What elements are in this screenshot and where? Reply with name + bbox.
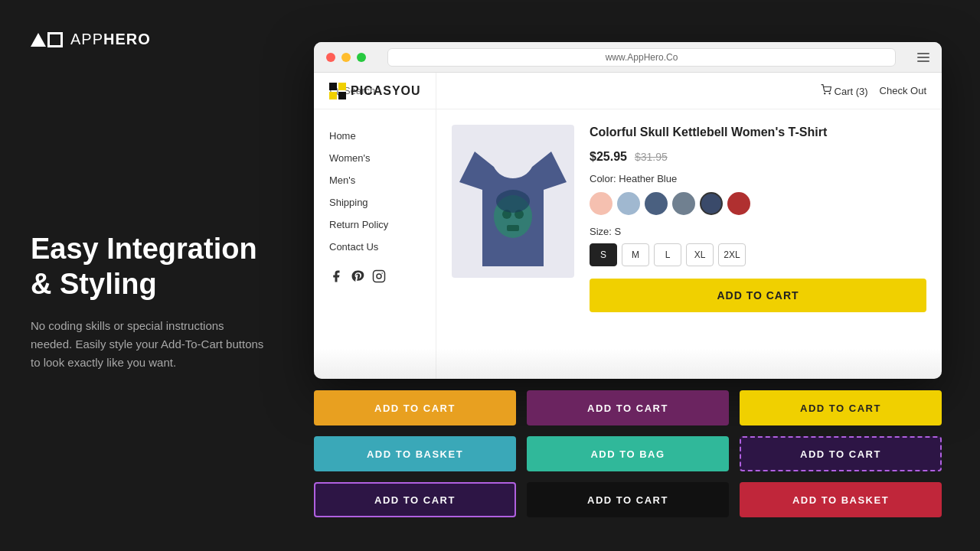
svg-rect-6 <box>329 92 337 99</box>
svg-point-2 <box>825 93 825 94</box>
nav-item-contact-us[interactable]: Contact Us <box>329 236 420 258</box>
cart-button-6[interactable]: ADD TO CART <box>314 482 516 517</box>
svg-point-10 <box>381 272 383 274</box>
size-btn-2xl[interactable]: 2XL <box>718 243 746 266</box>
size-btn-l[interactable]: L <box>654 243 681 266</box>
product-title: Colorful Skull Kettlebell Women's T-Shir… <box>590 125 926 141</box>
svg-rect-4 <box>329 83 337 90</box>
left-panel: APPHERO Easy Integration & Styling No co… <box>0 0 299 551</box>
headline: Easy Integration & Styling <box>31 232 268 302</box>
cart-button-4[interactable]: Add To Bag <box>527 436 729 471</box>
price-original: $31.95 <box>635 151 668 163</box>
color-swatch-blue[interactable] <box>700 192 723 215</box>
nav-item-return-policy[interactable]: Return Policy <box>329 214 420 236</box>
color-swatch-pink[interactable] <box>590 192 612 215</box>
instagram-icon[interactable] <box>372 269 386 283</box>
svg-rect-8 <box>374 271 385 282</box>
nav-item-shipping[interactable]: Shipping <box>329 191 420 214</box>
buttons-grid: ADD TO CARTADD TO CARTADD TO CARTADD TO … <box>314 390 942 517</box>
store-nav: HomeWomen'sMen'sShippingReturn PolicyCon… <box>314 109 436 379</box>
add-to-cart-main-button[interactable]: ADD TO CART <box>590 279 926 312</box>
product-size-label: Size: S <box>590 226 926 237</box>
pinterest-icon[interactable] <box>351 269 364 283</box>
browser-address-bar[interactable]: www.AppHero.Co <box>387 48 896 67</box>
cart-icon <box>821 84 831 95</box>
browser-window: www.AppHero.Co Search Cart (3) Check Out <box>314 42 942 379</box>
size-btn-m[interactable]: M <box>622 243 649 266</box>
browser-menu-icon[interactable] <box>917 53 929 62</box>
cart-button-0[interactable]: ADD TO CART <box>314 390 516 425</box>
product-color: Color: Heather Blue <box>590 173 926 184</box>
size-btn-s[interactable]: S <box>590 243 617 266</box>
price-current: $25.95 <box>590 150 627 164</box>
cart-button-5[interactable]: ADD TO CART <box>740 436 942 471</box>
store-cart-actions: Cart (3) Check Out <box>821 84 926 97</box>
size-btn-xl[interactable]: XL <box>686 243 714 266</box>
checkout-label[interactable]: Check Out <box>880 85 926 96</box>
svg-rect-7 <box>338 92 346 99</box>
logo-text: APPHERO <box>70 31 151 48</box>
nav-item-women-s[interactable]: Women's <box>329 147 420 169</box>
logo-square-icon <box>47 32 63 47</box>
cart-button-1[interactable]: ADD TO CART <box>527 390 729 425</box>
logo-icon <box>31 32 63 47</box>
svg-point-3 <box>829 93 830 94</box>
product-image <box>452 125 574 278</box>
nav-item-home[interactable]: Home <box>329 125 420 147</box>
facebook-icon[interactable] <box>329 269 343 283</box>
browser-close-dot[interactable] <box>326 53 335 62</box>
picasyou-logo: PICASYOU <box>329 83 421 99</box>
description: No coding skills or special instructions… <box>31 317 268 372</box>
store-logo-area: PICASYOU <box>314 73 436 109</box>
cart-button-8[interactable]: ADD TO BASKET <box>740 482 942 517</box>
logo-triangle-icon <box>31 33 46 47</box>
cart-button-3[interactable]: ADD TO BASKET <box>314 436 516 471</box>
color-swatches <box>590 192 926 215</box>
product-price: $25.95 $31.95 <box>590 150 926 164</box>
cart-label[interactable]: Cart (3) <box>821 84 868 97</box>
color-swatch-red[interactable] <box>727 192 750 215</box>
color-swatch-lightblue[interactable] <box>617 192 640 215</box>
apphero-logo: APPHERO <box>31 31 268 48</box>
size-options: SMLXL2XL <box>590 243 926 266</box>
browser-titlebar: www.AppHero.Co <box>314 42 942 73</box>
svg-point-15 <box>496 190 530 213</box>
browser-maximize-dot[interactable] <box>357 53 366 62</box>
svg-rect-5 <box>338 83 346 90</box>
svg-rect-14 <box>507 225 519 231</box>
color-swatch-slate[interactable] <box>645 192 668 215</box>
social-links <box>329 269 420 283</box>
store-name: PICASYOU <box>351 84 421 98</box>
nav-item-men-s[interactable]: Men's <box>329 169 420 191</box>
store-product: Colorful Skull Kettlebell Women's T-Shir… <box>436 109 942 379</box>
cart-button-2[interactable]: ADD TO CART <box>740 390 942 425</box>
product-details: Colorful Skull Kettlebell Women's T-Shir… <box>590 125 926 364</box>
color-swatch-gray[interactable] <box>672 192 695 215</box>
svg-point-9 <box>377 274 381 279</box>
picasyou-logo-icon <box>329 83 346 99</box>
cart-button-7[interactable]: ADD TO CART <box>527 482 729 517</box>
nav-items-container: HomeWomen'sMen'sShippingReturn PolicyCon… <box>329 125 420 258</box>
product-tshirt-svg <box>459 129 567 274</box>
store-inner: HomeWomen'sMen'sShippingReturn PolicyCon… <box>314 109 942 379</box>
browser-minimize-dot[interactable] <box>341 53 351 62</box>
